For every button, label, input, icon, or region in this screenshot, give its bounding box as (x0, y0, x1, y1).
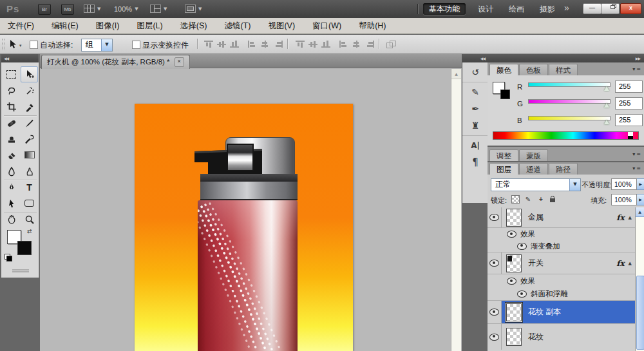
opacity-spinner-icon[interactable]: ▶ (637, 178, 644, 190)
align-top-edges-button[interactable] (204, 40, 214, 48)
clone-stamp-tool[interactable] (3, 131, 20, 147)
paragraph-panel-button[interactable]: ¶ (462, 154, 488, 171)
layer-row-switch[interactable]: 开关 fx ▲ (488, 252, 635, 274)
lock-all-button[interactable] (548, 194, 557, 203)
tool-presets-panel-button[interactable]: ✒ (462, 100, 488, 117)
layer-effects-badge[interactable]: fx (616, 259, 624, 268)
menu-file[interactable]: 文件(F) (8, 21, 34, 32)
default-colors-icon[interactable] (5, 254, 12, 261)
layer-row-pattern-copy-selected[interactable]: 花纹 副本 (488, 301, 635, 324)
healing-brush-tool[interactable] (3, 115, 20, 131)
green-slider-track[interactable] (528, 99, 611, 104)
guides-grid-button[interactable]: ▼ (84, 3, 100, 14)
layer-thumbnail[interactable] (506, 254, 522, 272)
effect-item-bevel-emboss[interactable]: 斜面和浮雕 (488, 288, 635, 301)
eraser-tool[interactable] (3, 147, 20, 163)
green-slider-thumb[interactable] (604, 103, 609, 108)
red-slider-track[interactable] (528, 82, 611, 87)
distribute-horizontal-centers-button[interactable] (352, 40, 362, 48)
menu-image[interactable]: 图像(I) (96, 21, 120, 32)
collapse-effects-icon[interactable]: ▲ (629, 215, 632, 220)
character-panel-button[interactable]: A| (462, 137, 488, 154)
opacity-value-field[interactable]: 100% (611, 178, 637, 190)
layer-thumbnail[interactable] (506, 328, 522, 346)
blue-slider-thumb[interactable] (604, 120, 609, 124)
collapse-effects-icon[interactable]: ▲ (629, 261, 632, 266)
align-bottom-edges-button[interactable] (229, 40, 240, 48)
red-slider-thumb[interactable] (604, 86, 609, 91)
magic-wand-tool[interactable] (21, 82, 38, 99)
layer-row-pattern[interactable]: 花纹 (488, 324, 635, 350)
close-icon[interactable]: × (175, 57, 184, 67)
align-horizontal-centers-button[interactable] (260, 40, 270, 48)
menu-window[interactable]: 窗口(W) (312, 21, 341, 32)
swap-colors-icon[interactable]: ⇄ (27, 228, 32, 234)
blend-mode-dropdown[interactable]: 正常 ▼ (491, 178, 581, 191)
panel-menu-button[interactable]: ▾≡ (632, 166, 641, 171)
window-restore-button[interactable] (601, 3, 620, 14)
lock-position-button[interactable]: + (536, 195, 545, 204)
document-tab[interactable]: 打火机 @ 100% (花纹 副本, RGB/8) * × (41, 55, 190, 69)
tab-channels[interactable]: 通道 (519, 163, 548, 175)
tab-masks[interactable]: 蒙版 (519, 149, 548, 161)
layer-name[interactable]: 金属 (528, 212, 544, 223)
eyedropper-tool[interactable] (21, 99, 38, 115)
effects-label[interactable]: 效果 (520, 276, 535, 286)
type-tool[interactable]: T (21, 179, 38, 195)
menu-help[interactable]: 帮助(H) (359, 21, 386, 32)
menu-layer[interactable]: 图层(L) (137, 21, 162, 32)
screen-mode-button[interactable]: ▼ (185, 3, 202, 14)
lock-paint-button[interactable]: ✎ (524, 195, 533, 204)
auto-select-checkbox[interactable] (30, 41, 38, 49)
crop-tool[interactable] (3, 99, 20, 115)
tab-color[interactable]: 颜色 (489, 64, 518, 75)
history-panel-button[interactable]: ↺ (462, 64, 488, 81)
layers-scrollbar[interactable]: ▲ (635, 207, 644, 351)
zoom-tool[interactable] (21, 211, 38, 227)
window-close-button[interactable]: x (620, 3, 641, 14)
green-value-field[interactable]: 255 (615, 97, 643, 109)
distribute-right-edges-button[interactable] (365, 40, 375, 48)
arrange-documents-button[interactable]: ▼ (150, 3, 167, 14)
lock-transparency-button[interactable] (511, 195, 520, 204)
effect-item-gradient-overlay[interactable]: 渐变叠加 (488, 240, 635, 252)
tab-adjustments[interactable]: 调整 (489, 149, 518, 161)
distribute-bottom-edges-button[interactable] (321, 40, 331, 48)
layer-name[interactable]: 花纹 (528, 332, 544, 343)
visibility-toggle[interactable] (517, 288, 527, 300)
dock-collapse-button[interactable]: ▶▶ (488, 54, 644, 62)
blur-tool[interactable] (3, 163, 20, 179)
scroll-up-icon[interactable]: ▲ (451, 69, 461, 79)
workspace-photography[interactable]: 摄影 (534, 3, 561, 15)
workspace-painting[interactable]: 绘画 (503, 3, 530, 15)
pen-tool[interactable] (3, 179, 20, 195)
menu-view[interactable]: 视图(V) (268, 21, 295, 32)
move-tool[interactable] (21, 66, 38, 82)
effects-row[interactable]: 效果 (488, 274, 635, 288)
layer-row-metal[interactable]: 金属 fx ▲ (488, 207, 635, 228)
visibility-toggle[interactable] (488, 324, 502, 350)
blue-slider[interactable] (528, 116, 611, 125)
tool-preset-caret-icon[interactable]: ▾ (19, 43, 22, 48)
fill-value-field[interactable]: 100% (611, 194, 637, 205)
menu-select[interactable]: 选择(S) (180, 21, 207, 32)
distribute-left-edges-button[interactable] (339, 40, 349, 48)
panel-menu-button[interactable]: ▾≡ (632, 151, 641, 157)
effects-label[interactable]: 效果 (520, 229, 535, 239)
red-value-field[interactable]: 255 (615, 81, 643, 93)
green-slider[interactable] (528, 99, 611, 108)
visibility-toggle[interactable] (507, 274, 516, 288)
effects-row[interactable]: 效果 (488, 228, 635, 240)
toolbox-collapse-button[interactable]: ◀◀ (1, 54, 39, 62)
black-swatch[interactable] (628, 136, 633, 139)
workspace-essentials[interactable]: 基本功能 (423, 3, 466, 15)
blue-slider-track[interactable] (528, 116, 611, 120)
workspace-overflow-button[interactable]: » (564, 3, 569, 13)
background-color-swatch[interactable] (500, 90, 510, 99)
smudge-tool[interactable] (21, 163, 38, 179)
layer-name[interactable]: 开关 (528, 258, 544, 269)
distribute-vertical-centers-button[interactable] (308, 40, 318, 48)
fill-spinner-icon[interactable]: ▶ (637, 194, 644, 205)
effect-name[interactable]: 渐变叠加 (531, 242, 560, 251)
background-color-swatch[interactable] (17, 241, 32, 255)
